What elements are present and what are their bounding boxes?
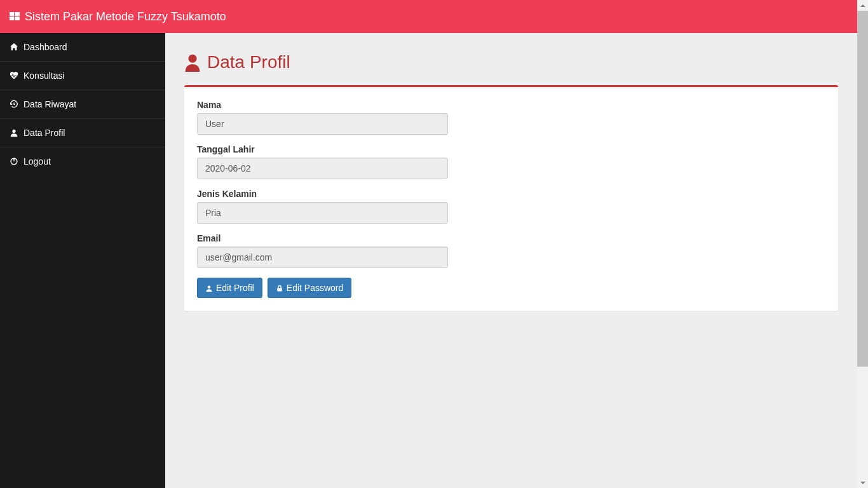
windows-icon xyxy=(10,11,20,22)
edit-password-button[interactable]: Edit Password xyxy=(268,278,351,298)
svg-rect-2 xyxy=(10,17,14,20)
field-email: Email xyxy=(197,233,825,268)
svg-rect-9 xyxy=(277,288,282,291)
sidebar-item-logout[interactable]: Logout xyxy=(0,147,165,175)
field-tgl-label: Tanggal Lahir xyxy=(197,144,825,154)
sidebar-item-label: Dashboard xyxy=(24,42,67,52)
lock-icon xyxy=(276,284,283,292)
field-email-label: Email xyxy=(197,233,825,243)
scrollbar-down-button[interactable] xyxy=(857,477,868,488)
field-nama-label: Nama xyxy=(197,100,825,110)
user-icon xyxy=(10,128,18,137)
field-jenis-kelamin: Jenis Kelamin xyxy=(197,189,825,224)
field-nama: Nama xyxy=(197,100,825,135)
user-icon xyxy=(184,53,201,71)
tanggal-lahir-input[interactable] xyxy=(197,158,448,179)
scrollbar-thumb[interactable] xyxy=(857,11,868,367)
home-icon xyxy=(10,43,18,51)
email-input[interactable] xyxy=(197,247,448,268)
topbar: Sistem Pakar Metode Fuzzy Tsukamoto xyxy=(0,0,857,33)
scrollbar[interactable] xyxy=(857,0,868,488)
sidebar-item-label: Konsultasi xyxy=(24,71,65,81)
sidebar-item-konsultasi[interactable]: Konsultasi xyxy=(0,61,165,90)
content-area: Data Profil Nama Tanggal Lahir Jenis Kel… xyxy=(165,33,857,488)
svg-point-7 xyxy=(189,55,197,63)
scrollbar-up-button[interactable] xyxy=(857,0,868,11)
power-icon xyxy=(10,157,18,166)
svg-rect-0 xyxy=(10,12,14,16)
sidebar-item-profil[interactable]: Data Profil xyxy=(0,118,165,147)
scrollbar-track[interactable] xyxy=(857,11,868,477)
brand-title[interactable]: Sistem Pakar Metode Fuzzy Tsukamoto xyxy=(25,10,226,24)
svg-point-8 xyxy=(208,286,211,289)
edit-profil-button[interactable]: Edit Profil xyxy=(197,278,262,298)
page-title-text: Data Profil xyxy=(207,52,290,72)
sidebar: Dashboard Konsultasi Data Riwayat Data P… xyxy=(0,33,165,488)
history-icon xyxy=(10,100,18,109)
field-jk-label: Jenis Kelamin xyxy=(197,189,825,199)
jenis-kelamin-input[interactable] xyxy=(197,202,448,224)
svg-rect-3 xyxy=(15,17,20,20)
field-tanggal-lahir: Tanggal Lahir xyxy=(197,144,825,179)
svg-point-4 xyxy=(12,130,15,133)
sidebar-item-label: Data Riwayat xyxy=(24,99,76,109)
edit-password-label: Edit Password xyxy=(287,283,343,293)
user-icon xyxy=(205,284,213,292)
chevron-up-icon xyxy=(860,4,865,7)
sidebar-item-dashboard[interactable]: Dashboard xyxy=(0,33,165,61)
page-title: Data Profil xyxy=(184,52,838,72)
edit-profil-label: Edit Profil xyxy=(216,283,254,293)
sidebar-item-riwayat[interactable]: Data Riwayat xyxy=(0,90,165,118)
chevron-down-icon xyxy=(860,482,865,484)
nama-input[interactable] xyxy=(197,113,448,135)
svg-rect-1 xyxy=(15,12,20,16)
profile-panel: Nama Tanggal Lahir Jenis Kelamin Email E… xyxy=(184,85,838,311)
sidebar-item-label: Logout xyxy=(24,156,51,166)
sidebar-item-label: Data Profil xyxy=(24,128,65,138)
heartbeat-icon xyxy=(10,71,18,80)
